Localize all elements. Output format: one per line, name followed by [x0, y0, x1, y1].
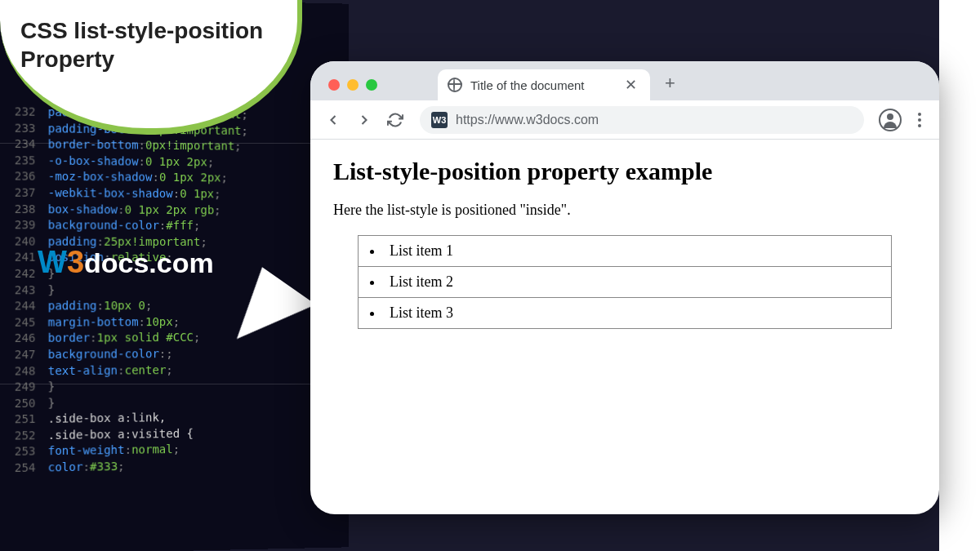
list-item: List item 2	[359, 267, 891, 298]
window-controls	[322, 79, 387, 100]
reload-button[interactable]	[382, 107, 408, 133]
page-content: List-style-position property example Her…	[310, 140, 939, 347]
browser-toolbar: W3 https://www.w3docs.com	[310, 100, 939, 140]
page-heading: List-style-position property example	[333, 158, 916, 185]
address-bar[interactable]: W3 https://www.w3docs.com	[420, 106, 864, 134]
slide-title: CSS list-style-position Property	[20, 16, 277, 73]
maximize-window-button[interactable]	[366, 79, 377, 91]
logo-w: W	[38, 245, 67, 279]
browser-window: Title of the document ✕ + W3 https://www…	[310, 61, 939, 514]
right-white-panel	[939, 0, 980, 551]
url-text: https://www.w3docs.com	[456, 113, 599, 127]
new-tab-button[interactable]: +	[650, 73, 687, 100]
browser-tab[interactable]: Title of the document ✕	[438, 69, 650, 100]
site-favicon-icon: W3	[431, 112, 448, 128]
w3docs-logo: W3docs.com	[38, 245, 214, 280]
forward-button[interactable]	[351, 107, 377, 133]
close-window-button[interactable]	[328, 79, 340, 91]
close-tab-button[interactable]: ✕	[621, 76, 640, 94]
logo-text: docs.com	[84, 247, 214, 278]
browser-menu-button[interactable]	[910, 106, 929, 134]
browser-tab-strip: Title of the document ✕ +	[310, 61, 939, 100]
minimize-window-button[interactable]	[347, 79, 359, 91]
back-button[interactable]	[320, 107, 346, 133]
globe-icon	[448, 78, 462, 92]
demo-list: List item 1 List item 2 List item 3	[358, 235, 892, 329]
list-item: List item 1	[359, 236, 891, 267]
user-profile-button[interactable]	[879, 109, 902, 131]
page-description: Here the list-style is positioned "insid…	[333, 202, 916, 219]
tab-title: Title of the document	[470, 78, 613, 92]
logo-3: 3	[67, 245, 84, 279]
list-item: List item 3	[359, 298, 891, 329]
